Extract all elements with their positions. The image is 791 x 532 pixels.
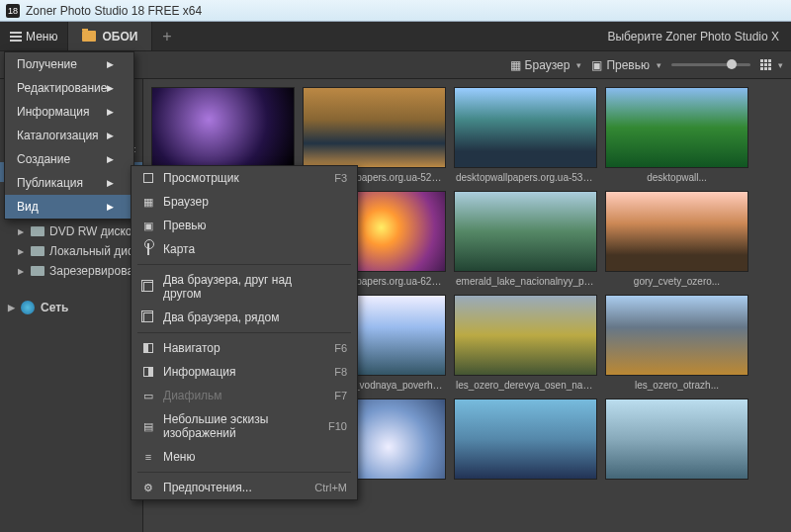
submenu-item[interactable]: Два браузера, друг над другом [132,268,357,306]
preview-label: Превью [606,58,650,72]
submenu-item-label: Диафильм [163,389,296,402]
thumbnail-label: les_ozero_otrazh... [605,376,748,395]
chevron-right-icon: ▶ [107,178,114,188]
submenu-item-label: Навигатор [163,341,296,355]
view-submenu-panel: ПросмотрщикF3▦Браузер▣ПревьюКартаДва бра… [131,165,358,500]
tree-item[interactable]: ▶Зарезервирова [0,261,142,281]
menu-item-label: Вид [17,200,39,214]
thumbnail-item[interactable]: emerald_lake_nacionalnyy_park... [454,191,597,291]
submenu-item-shortcut: F3 [304,172,347,184]
network-label: Сеть [41,301,68,314]
preview-icon: ▣ [141,219,155,232]
thumbnail-image [454,399,597,480]
submenu-item[interactable]: ≡Меню [132,445,357,469]
thumbnail-label: desktopwallpapers.org.ua-5367... [454,168,597,187]
thumbnail-item[interactable]: desktopwall... [605,87,748,187]
submenu-item-label: Браузер [163,195,296,209]
thumbnail-label: les_ozero_derevya_osen_nacion... [454,376,597,395]
submenu-item-shortcut: F7 [304,390,347,401]
submenu-item[interactable]: ▤Небольшие эскизы изображенийF10 [132,407,357,445]
info-icon [141,365,155,379]
slider-thumb[interactable] [727,59,737,69]
thumbnail-image [605,191,748,272]
submenu-item-label: Два браузера, рядом [163,310,296,324]
thumbnail-image [151,87,295,168]
chevron-right-icon: ▶ [18,227,26,236]
menu-item-label: Публикация [17,176,83,190]
submenu-item-label: Информация [163,365,296,379]
preview-mode-button[interactable]: ▣ Превью [591,58,661,72]
thumbnail-item[interactable] [454,399,597,488]
pin-icon [141,242,155,256]
main-menu-button[interactable]: Меню [0,22,67,50]
tree-item[interactable]: ▶Локальный дис [0,241,142,261]
drive-icon [31,246,44,256]
image-icon: ▣ [591,58,602,72]
thumbnail-item[interactable]: les_ozero_otrazh... [605,295,748,395]
menu-item-label: Получение [17,57,77,71]
network-section[interactable]: ▶ Сеть [0,297,142,318]
tree-item-label: DVD RW дисков [49,224,138,238]
tab-oboi[interactable]: ОБОИ [67,22,152,50]
promo-link[interactable]: Выберите Zoner Photo Studio X [607,30,791,44]
app-title: Zoner Photo Studio 18 FREE x64 [26,4,202,18]
app-icon: 18 [6,4,20,18]
main-menu-panel: Получение▶Редактирование▶Информация▶Ката… [4,51,134,220]
submenu-item[interactable]: ПросмотрщикF3 [132,166,357,190]
thumbnail-image [303,87,446,168]
menu-item[interactable]: Публикация▶ [5,171,133,195]
tree-item-label: Локальный дис [49,244,133,258]
submenu-item-shortcut: Ctrl+M [304,482,347,493]
menu-item[interactable]: Каталогизация▶ [5,124,133,147]
submenu-item[interactable]: Два браузера, рядом [132,306,357,329]
dual-h-icon [141,310,155,324]
menu-item[interactable]: Создание▶ [5,147,133,171]
hamburger-icon [10,32,22,42]
new-tab-button[interactable]: + [152,28,181,45]
submenu-item-shortcut: F6 [304,342,347,354]
submenu-item-label: Карта [163,242,296,256]
globe-icon [21,301,35,314]
tree-item[interactable]: ▶DVD RW дисков [0,222,142,241]
chevron-right-icon: ▶ [8,303,15,312]
thumbnail-item[interactable]: gory_cvety_ozero... [605,191,748,291]
dual-v-icon [141,280,155,294]
menu-item[interactable]: Редактирование▶ [5,76,133,100]
film-icon: ▭ [141,389,155,402]
thumbnail-image [454,295,597,376]
thumbnail-item[interactable] [605,399,748,488]
submenu-item-label: Небольшие эскизы изображений [163,412,296,440]
submenu-item[interactable]: ▦Браузер [132,190,357,214]
menu-label: Меню [26,30,57,44]
separator [137,472,351,473]
thumbnail-label [605,480,748,488]
menu-icon: ≡ [141,450,155,464]
thumbnail-image [454,87,597,168]
submenu-item[interactable]: Карта [132,237,357,261]
thumbnail-size-slider[interactable] [671,63,750,66]
tab-row: Меню ОБОИ + Выберите Zoner Photo Studio … [0,22,791,51]
thumbnail-label: gory_cvety_ozero... [605,272,748,291]
menu-item[interactable]: Получение▶ [5,52,133,76]
submenu-item-label: Два браузера, друг над другом [163,273,296,301]
thumbnail-item[interactable]: les_ozero_derevya_osen_nacion... [454,295,597,395]
chevron-right-icon: ▶ [18,247,26,256]
tab-label: ОБОИ [102,30,137,44]
menu-item-label: Создание [17,152,70,166]
submenu-item[interactable]: ⚙Предпочтения...Ctrl+M [132,476,357,499]
submenu-item[interactable]: НавигаторF6 [132,336,357,360]
nav-icon [141,341,155,355]
submenu-item-shortcut: F10 [304,420,347,432]
submenu-item[interactable]: ▣Превью [132,214,357,237]
menu-item[interactable]: Информация▶ [5,100,133,124]
menu-item[interactable]: Вид▶ [5,195,133,219]
browser-mode-button[interactable]: ▦ Браузер [510,58,582,72]
layout-button[interactable] [760,59,783,70]
thumbnail-item[interactable]: desktopwallpapers.org.ua-5367... [454,87,597,187]
menu-item-label: Информация [17,105,89,119]
submenu-item[interactable]: ИнформацияF8 [132,360,357,384]
thumbnail-image [454,191,597,272]
drive-icon [31,266,44,276]
submenu-item: ▭ДиафильмF7 [132,384,357,407]
browser-icon: ▦ [141,195,155,209]
